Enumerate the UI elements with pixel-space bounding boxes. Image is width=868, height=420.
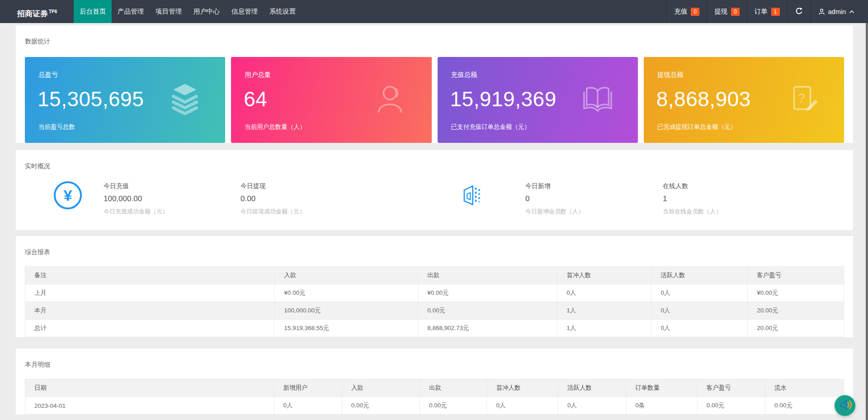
report-header-row: 备注 入款 出款 首冲人数 活跃人数 客户盈亏 [25,267,844,284]
vertical-scrollbar[interactable] [866,23,868,420]
stat-value: 100,000.00 [104,194,241,203]
col-deposit: 入款 [275,267,418,284]
menu-item-products[interactable]: 产品管理 [112,0,150,23]
detail-panel: 本月明细 日期 新增用户 入款 出款 首冲人数 活跃人数 订单数量 客户盈亏 流… [16,349,853,415]
card-total-users: 用户总量 64 当前用户总数量（人） [231,57,431,143]
cell: 100,000.00元 [275,302,418,320]
col-remark: 备注 [25,267,275,284]
menu-item-info[interactable]: 信息管理 [226,0,264,23]
stat-value: 0 [525,194,663,203]
cell: 0人 [651,320,748,337]
cell: ¥0.00元 [275,284,418,302]
card-desc: 当前盈亏总数 [38,123,75,131]
card-desc: 当前用户总数量（人） [245,123,306,131]
card-value: 15,919,369 [450,87,557,111]
stats-panel-title: 数据统计 [25,25,844,46]
open-book-icon [581,82,614,118]
cell: 上月 [25,284,275,302]
col-date: 日期 [25,379,274,397]
sound-fab-button[interactable] [835,395,855,416]
main-menu: 后台首页 产品管理 项目管理 用户中心 信息管理 系统设置 [74,0,302,23]
main-content: 数据统计 总盈亏 15,305,695 当前盈亏总数 用户总量 64 [0,23,868,415]
detail-table: 日期 新增用户 入款 出款 首冲人数 活跃人数 订单数量 客户盈亏 流水 202… [25,379,844,415]
col-new-users: 新增用户 [274,379,342,397]
cell: 8,868,902.73元 [418,320,557,337]
document-edit-icon: ? [788,83,821,117]
recharge-shortcut[interactable]: 充值 0 [666,0,707,23]
cell: 2023-04-01 [25,397,274,415]
cell: 0人 [651,302,748,320]
brand-logo: 招商证券TP6 [0,0,74,23]
stat-label: 今日新增 [525,182,663,190]
report-table: 备注 入款 出款 首冲人数 活跃人数 客户盈亏 上月 ¥0.00元 ¥0.00元… [25,266,844,337]
col-deposit: 入款 [342,379,420,397]
menu-item-projects[interactable]: 项目管理 [150,0,188,23]
refresh-button[interactable] [787,0,811,23]
speaker-icon [837,397,853,414]
card-title: 提现总额 [657,71,684,79]
menu-item-users[interactable]: 用户中心 [188,0,226,23]
stats-panel: 数据统计 总盈亏 15,305,695 当前盈亏总数 用户总量 64 [16,25,853,143]
cell: 0.00元 [342,397,420,415]
card-total-recharge: 充值总额 15,919,369 已支付充值订单总金额（元） [438,57,638,143]
menu-item-home[interactable]: 后台首页 [74,0,112,23]
cell: 15,919,368.55元 [275,320,418,337]
detail-header-row: 日期 新增用户 入款 出款 首冲人数 活跃人数 订单数量 客户盈亏 流水 [25,379,844,397]
stat-desc: 今日提现成功金额（元） [241,208,460,216]
cell: 总计 [25,320,275,337]
col-withdraw: 出款 [418,267,557,284]
refresh-icon [795,7,803,17]
cell: 0人 [651,284,748,302]
realtime-panel-title: 实时概况 [25,150,844,170]
card-desc: 已完成提现订单总金额（元） [657,123,737,131]
cell: ¥0.00元 [748,284,844,302]
brand-version: TP6 [49,9,57,14]
cell: 0人 [558,397,626,415]
cell: 0人 [487,397,558,415]
username: admin [828,8,846,15]
card-title: 总盈亏 [38,71,58,79]
stat-today-recharge: 今日充值 100,000.00 今日充值成功金额（元） [104,181,241,216]
building-icon [460,181,483,210]
stat-desc: 今日新增会员数（人） [525,208,663,216]
col-customer-pnl: 客户盈亏 [697,379,765,397]
withdraw-shortcut[interactable]: 提现 0 [707,0,747,23]
cell: 1人 [557,320,651,337]
cell: 20.00元 [748,302,844,320]
cell: 1人 [557,302,651,320]
orders-shortcut[interactable]: 订单 1 [747,0,787,23]
navbar-right: 充值 0 提现 0 订单 1 a [666,0,868,23]
card-total-withdraw: 提现总额 8,868,903 已完成提现订单总金额（元） ? [644,57,844,143]
yuan-circle-icon: ¥ [54,181,82,209]
cell: 本月 [25,302,275,320]
col-active-users: 活跃人数 [558,379,626,397]
stat-label: 在线人数 [663,182,844,190]
stat-desc: 今日充值成功金额（元） [104,208,241,216]
menu-item-settings[interactable]: 系统设置 [264,0,302,23]
cell: 0条 [626,397,698,415]
stat-label: 今日充值 [104,182,241,190]
table-row-date: 2023-04-01 0人 0.00元 0.00元 0人 0人 0条 0.00元… [25,397,844,415]
card-value: 8,868,903 [656,87,751,111]
stat-label: 今日提现 [241,182,460,190]
col-active-users: 活跃人数 [651,267,748,284]
orders-label: 订单 [755,7,768,16]
svg-text:?: ? [798,91,805,105]
stat-today-new: 今日新增 0 今日新增会员数（人） [525,181,663,216]
col-first-recharge: 首冲人数 [487,379,558,397]
card-value: 15,305,695 [38,87,144,111]
table-row-last-month: 上月 ¥0.00元 ¥0.00元 0人 0人 ¥0.00元 [25,284,844,302]
cell: 0人 [557,284,651,302]
top-navbar: 招商证券TP6 后台首页 产品管理 项目管理 用户中心 信息管理 系统设置 充值… [0,0,868,23]
col-withdraw: 出款 [420,379,487,397]
detail-panel-title: 本月明细 [25,349,844,369]
user-menu[interactable]: admin [811,0,868,23]
table-row-total: 总计 15,919,368.55元 8,868,902.73元 1人 0人 20… [25,320,844,337]
report-panel-title: 综合报表 [25,236,844,256]
withdraw-label: 提现 [714,7,727,16]
card-total-profit: 总盈亏 15,305,695 当前盈亏总数 [25,57,225,143]
cell: 0人 [274,397,342,415]
card-title: 充值总额 [451,71,477,79]
table-row-this-month: 本月 100,000.00元 0.00元 1人 0人 20.00元 [25,302,844,320]
cell: 20.00元 [748,320,844,337]
